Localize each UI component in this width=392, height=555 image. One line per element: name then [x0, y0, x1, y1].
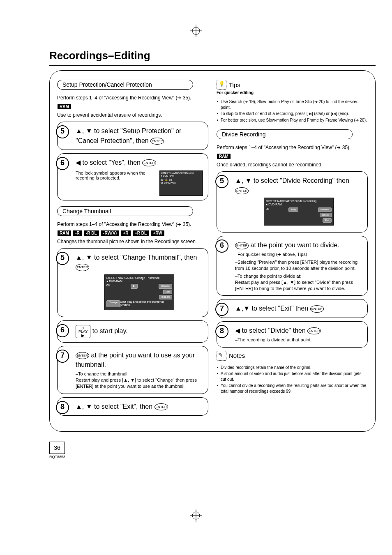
step-number: 5: [56, 125, 69, 138]
notes-item: A short amount of video and audio just b…: [221, 371, 368, 382]
osd-screenshot-change-thumbnail: DIRECT NAVIGATOR Change Thumbnail ● DVD-…: [104, 274, 174, 310]
tips-item: For better precision, use Slow-motion Pl…: [221, 117, 368, 123]
notes-item: Divided recordings retain the name of th…: [221, 365, 368, 371]
notes-header: Notes: [217, 351, 368, 361]
ram-badge: RAM: [217, 154, 231, 159]
step-7-text: ▲,▼ to select "Exit" then: [235, 305, 310, 312]
enter-icon: ENTER: [235, 187, 249, 195]
step-5-text: ▲, ▼ to select "Setup Protection" or "Ca…: [76, 127, 181, 144]
thumbnail-note: Changes the thumbnail picture shown in t…: [57, 238, 208, 245]
model-code: RQT8853: [49, 455, 376, 459]
content-frame: Setup Protection/Cancel Protection Perfo…: [49, 70, 376, 432]
notes-list: Divided recordings retain the name of th…: [217, 365, 368, 394]
step-7-sub: –To change the thumbnail: Restart play a…: [76, 371, 203, 389]
manual-page: Recordings–Editing Setup Protection/Canc…: [0, 0, 392, 475]
step-6-text: at the point you want to divide.: [251, 242, 339, 249]
osd-screenshot-divide: DIRECT NAVIGATOR Divide Recording ● DVD-…: [264, 198, 334, 226]
step-number: 7: [56, 350, 69, 363]
play-button-icon: ▷ PLAY ▶: [76, 325, 90, 338]
step-7-text: at the point you want to use as your thu…: [76, 352, 195, 368]
step-6-sub2: –Selecting "Preview" then press [ENTER] …: [235, 259, 362, 272]
tips-subhead: For quicker editing: [217, 90, 368, 95]
tips-item: To skip to the start or end of a recordi…: [221, 111, 368, 117]
step-6-sub1: –For quicker editing (➔ above, Tips): [235, 251, 362, 258]
enter-icon: ENTER: [76, 352, 89, 359]
enter-icon: ENTER: [310, 305, 324, 313]
osd-mini-screenshot: DIRECT NAVIGATOR Recordi ● DVD-RAM 07 🔒 …: [159, 170, 203, 196]
step-number: 6: [56, 324, 69, 337]
tips-list: Use Search (➔ 19), Slow-motion Play or T…: [217, 99, 368, 123]
intro-text: Perform steps 1–4 of "Accessing the Reco…: [57, 221, 208, 228]
step-number: 8: [56, 401, 69, 414]
step-7-divide: 7 ▲,▼ to select "Exit" then ENTER: [217, 299, 368, 318]
notes-icon: [217, 351, 226, 361]
step-6-text: to start play.: [92, 327, 128, 334]
format-badges: RAM -R -R DL -RW(V) +R +R DL +RW: [57, 230, 208, 236]
tips-title: Tips: [229, 81, 240, 88]
notes-title: Notes: [229, 352, 245, 359]
enter-icon: ENTER: [235, 242, 249, 249]
section-change-thumbnail-header: Change Thumbnail: [57, 206, 193, 216]
enter-icon: ENTER: [307, 327, 321, 335]
page-number: 36: [49, 442, 65, 454]
step-7-thumbnail: 7 ENTER at the point you want to use as …: [57, 346, 208, 394]
step-6-sub3: –To change the point to divide at: Resta…: [235, 273, 362, 292]
protection-note: Use to prevent accidental erasure of rec…: [57, 112, 208, 118]
step-6-divide: 6 ENTER at the point you want to divide.…: [217, 236, 368, 296]
enter-icon: ENTER: [154, 403, 168, 411]
section-setup-protection-header: Setup Protection/Cancel Protection: [57, 80, 193, 90]
tips-item: Use Search (➔ 19), Slow-motion Play or T…: [221, 99, 368, 110]
step-number: 5: [215, 175, 228, 188]
step-6-thumbnail: 6 ▷ PLAY ▶ to start play.: [57, 320, 208, 343]
step-5-divide: 5 ▲, ▼ to select "Divide Recording" then…: [217, 171, 368, 233]
step-5-text: ▲, ▼ to select "Divide Recording" then: [235, 177, 349, 184]
step-8-sub: –The recording is divided at that point.: [235, 337, 362, 343]
enter-icon: ENTER: [150, 138, 164, 145]
tips-header: Tips: [217, 80, 368, 90]
step-number: 8: [215, 325, 228, 338]
enter-icon: ENTER: [76, 264, 89, 271]
ram-badge: RAM: [58, 104, 71, 109]
title-rule: [49, 65, 376, 66]
page-title: Recordings–Editing: [49, 49, 376, 62]
step-8-text: ▲, ▼ to select "Exit", then: [76, 403, 154, 410]
step-number: 7: [215, 303, 228, 316]
step-number: 6: [56, 157, 69, 170]
step-number: 5: [56, 252, 69, 265]
left-column: Setup Protection/Cancel Protection Perfo…: [57, 77, 208, 419]
lock-note: The lock symbol appears when the recordi…: [76, 170, 157, 180]
step-5-thumbnail: 5 ▲, ▼ to select "Change Thumbnail", the…: [57, 248, 208, 317]
intro-text: Perform steps 1–4 of "Accessing the Reco…: [57, 94, 208, 101]
enter-icon: ENTER: [142, 159, 156, 167]
right-column: Tips For quicker editing Use Search (➔ 1…: [217, 77, 368, 419]
step-5-text: ▲, ▼ to select "Change Thumbnail", then: [76, 254, 197, 261]
tips-icon: [217, 80, 226, 90]
divide-note: Once divided, recordings cannot be recom…: [217, 161, 368, 168]
step-8-divide: 8 ◀ to select "Divide" then ENTER –The r…: [217, 321, 368, 348]
notes-item: You cannot divide a recording when the r…: [221, 383, 368, 394]
step-5-protection: 5 ▲, ▼ to select "Setup Protection" or "…: [57, 122, 208, 150]
step-number: 6: [215, 240, 228, 253]
step-6-protection: 6 ◀ to select "Yes", then ENTER The lock…: [57, 153, 208, 200]
section-divide-recording-header: Divide Recording: [217, 129, 353, 139]
step-8-thumbnail: 8 ▲, ▼ to select "Exit", then ENTER: [57, 397, 208, 416]
step-8-text: ◀ to select "Divide" then: [235, 327, 307, 334]
intro-text: Perform steps 1–4 of "Accessing the Reco…: [217, 144, 368, 151]
step-6-text: ◀ to select "Yes", then: [76, 159, 142, 166]
